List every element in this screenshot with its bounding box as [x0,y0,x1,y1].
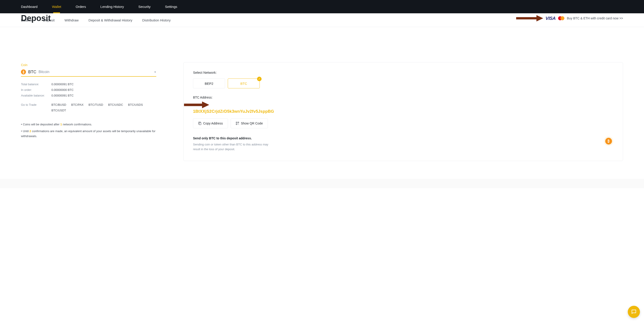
credit-card-link-text: Buy BTC & ETH with credit card now >> [567,16,623,20]
address-label: BTC Address: [193,96,613,99]
address-actions: Copy Address Show QR Code [193,118,613,128]
nav-dashboard[interactable]: Dashboard [21,0,38,13]
copy-icon [198,122,201,125]
coin-select[interactable]: ₿ BTC Bitcoin ▼ [21,70,156,77]
svg-rect-11 [238,124,238,124]
svg-rect-9 [238,122,239,123]
mastercard-logo [558,16,565,20]
credit-card-link[interactable]: VISA Buy BTC & ETH with credit card now … [516,15,623,22]
main: Coin ₿ BTC Bitcoin ▼ Total balance: 0.00… [0,27,644,179]
trade-pairs: BTC/BUSD BTC/PAX BTC/TUSD BTC/USDC BTC/U… [52,103,146,112]
go-to-trade: Go to Trade BTC/BUSD BTC/PAX BTC/TUSD BT… [21,103,156,112]
qr-icon [236,122,239,125]
svg-point-3 [560,16,564,20]
page-title: Deposit [21,14,51,23]
total-balance-value: 0.00000091 BTC [52,82,74,86]
pair-btc-usdt[interactable]: BTC/USDT [52,109,66,112]
nav-settings[interactable]: Settings [165,0,177,13]
address-value: 1BtXXjS2CrjdZrD5k3wnYuJv2fv5JsppBG [193,102,613,114]
coin-name: Bitcoin [38,70,50,74]
in-order-label: In order: [21,88,52,92]
warning-title: Send only BTC to this deposit address. [193,136,597,140]
note-unavailable: • Until 2 confirmations are made, an equ… [21,129,156,139]
balances: Total balance: 0.00000091 BTC In order: … [21,82,156,97]
pair-btc-usdc[interactable]: BTC/USDC [108,103,123,106]
annotation-arrow-icon [184,102,604,108]
available-balance-label: Available balance: [21,94,52,97]
coin-label: Coin [21,63,156,67]
svg-rect-12 [238,124,239,125]
annotation-arrow-icon [516,15,543,22]
coin-symbol: BTC [28,70,36,74]
pair-btc-busd[interactable]: BTC/BUSD [52,103,66,106]
in-order-value: 0.00000000 BTC [52,88,74,92]
network-btc-label: BTC [240,82,247,86]
copy-address-label: Copy Address [203,122,223,125]
svg-rect-7 [199,123,201,125]
pair-btc-usds[interactable]: BTC/USDS [128,103,143,106]
copy-address-button[interactable]: Copy Address [193,118,228,128]
chevron-down-icon: ▼ [154,71,156,73]
select-network-label: Select Network: [193,70,613,74]
show-qr-label: Show QR Code [241,122,263,125]
show-qr-button[interactable]: Show QR Code [231,118,268,128]
total-balance-label: Total balance: [21,82,52,86]
footer-spacer [0,179,644,188]
warning-coin-badge: ₿ [604,136,613,146]
right-column: Select Network: BEP2 BTC ✓ BTC Address: … [183,40,623,161]
svg-rect-8 [236,122,237,123]
nav-lending-history[interactable]: Lending History [100,0,124,13]
deposit-panel: Select Network: BEP2 BTC ✓ BTC Address: … [183,62,623,161]
check-icon: ✓ [257,77,262,81]
warning-description: Sending coin or token other than BTC to … [193,142,274,152]
go-to-trade-label: Go to Trade [21,103,52,112]
network-bep2[interactable]: BEP2 [193,78,225,88]
svg-marker-5 [202,102,209,108]
svg-rect-10 [236,124,237,125]
pair-btc-tusd[interactable]: BTC/TUSD [88,103,103,106]
header-row: Deposit VISA Buy BTC & ETH with credit c… [21,14,623,23]
visa-logo: VISA [546,16,556,21]
svg-marker-1 [536,15,543,22]
network-btc[interactable]: BTC ✓ [228,78,260,88]
warning-row: Send only BTC to this deposit address. S… [193,136,613,152]
nav-wallet[interactable]: Wallet [52,0,61,13]
available-balance-value: 0.00000091 BTC [52,94,74,97]
network-options: BEP2 BTC ✓ [193,78,613,88]
top-nav: Dashboard Wallet Orders Lending History … [0,0,644,13]
nav-orders[interactable]: Orders [76,0,86,13]
note-confirmations: • Coins will be deposited after 1 networ… [21,122,156,127]
bitcoin-icon: ₿ [605,138,612,144]
nav-security[interactable]: Security [138,0,151,13]
deposit-notes: • Coins will be deposited after 1 networ… [21,122,156,139]
bitcoin-icon: ₿ [21,70,26,74]
pair-btc-pax[interactable]: BTC/PAX [71,103,84,106]
left-column: Coin ₿ BTC Bitcoin ▼ Total balance: 0.00… [21,40,156,161]
